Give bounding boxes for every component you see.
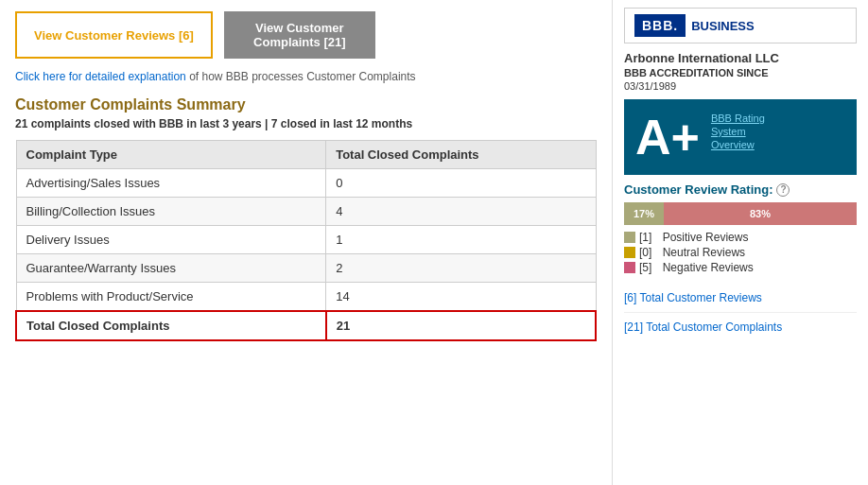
complaints-table: Complaint Type Total Closed Complaints A… [15, 140, 597, 341]
total-value: 21 [326, 311, 596, 340]
table-row: Problems with Product/Service14 [16, 283, 596, 312]
review-bar: 17% 83% [624, 202, 857, 225]
view-complaints-button[interactable]: View Customer Complaints [21] [224, 11, 375, 59]
crr-title: Customer Review Rating: ? [624, 182, 857, 197]
info-text: Click here for detailed explanation of h… [15, 70, 597, 83]
complaint-count: 14 [326, 283, 596, 312]
legend-count: [0] [639, 246, 651, 259]
complaint-count: 1 [326, 226, 596, 254]
accreditation-date: 03/31/1989 [624, 80, 857, 92]
total-complaints-link[interactable]: [21] Total Customer Complaints [624, 312, 857, 341]
legend-swatch-pos [624, 232, 635, 243]
complaint-count: 2 [326, 254, 596, 283]
complaint-type: Guarantee/Warranty Issues [16, 254, 326, 283]
view-reviews-button[interactable]: View Customer Reviews [6] [15, 11, 213, 59]
rating-link-2[interactable]: System [711, 126, 765, 137]
legend-label: Neutral Reviews [663, 246, 745, 259]
legend-item: [5] Negative Reviews [624, 261, 857, 274]
bbb-logo-area: BBB. BUSINESS [624, 8, 857, 43]
help-icon[interactable]: ? [776, 183, 790, 197]
complaint-count: 0 [326, 169, 596, 198]
section-subtitle: 21 complaints closed with BBB in last 3 … [15, 117, 597, 130]
complaint-type: Advertising/Sales Issues [16, 169, 326, 198]
bbb-logo: BBB. [634, 14, 686, 37]
table-row: Delivery Issues1 [16, 226, 596, 254]
table-row: Guarantee/Warranty Issues2 [16, 254, 596, 283]
total-reviews-link[interactable]: [6] Total Customer Reviews [624, 284, 857, 312]
legend-swatch-neg [624, 262, 635, 273]
review-legend: [1] Positive Reviews[0] Neutral Reviews[… [624, 231, 857, 274]
bar-positive: 17% [624, 202, 664, 225]
total-label: Total Closed Complaints [16, 311, 326, 340]
rating-link-1[interactable]: BBB Rating [711, 113, 765, 124]
complaints-btn-line2: Complaints [21] [253, 35, 346, 49]
complaint-type: Billing/Collection Issues [16, 198, 326, 226]
complaint-type: Delivery Issues [16, 226, 326, 254]
sidebar: BBB. BUSINESS Arbonne International LLC … [613, 0, 868, 485]
info-rest: of how BBB processes Customer Complaints [189, 70, 415, 83]
rating-link-3[interactable]: Overview [711, 139, 765, 150]
complaints-btn-line1: View Customer [255, 21, 344, 35]
complaint-type: Problems with Product/Service [16, 283, 326, 312]
bar-negative: 83% [664, 202, 857, 225]
col-count-header: Total Closed Complaints [326, 141, 596, 169]
total-row: Total Closed Complaints21 [16, 311, 596, 340]
section-title: Customer Complaints Summary [15, 96, 597, 113]
complaint-count: 4 [326, 198, 596, 226]
legend-label: Positive Reviews [663, 231, 749, 244]
rating-box: A+ BBB Rating System Overview [624, 99, 857, 175]
table-row: Billing/Collection Issues4 [16, 198, 596, 226]
legend-swatch-neu [624, 247, 635, 258]
legend-count: [1] [639, 231, 651, 244]
grade: A+ [635, 113, 700, 162]
accreditation-label: BBB ACCREDITATION SINCE [624, 67, 857, 78]
bbb-business-label: BUSINESS [691, 19, 754, 33]
rating-links: BBB Rating System Overview [711, 113, 765, 150]
legend-count: [5] [639, 261, 651, 274]
col-type-header: Complaint Type [16, 141, 326, 169]
info-link[interactable]: Click here for detailed explanation [15, 70, 186, 83]
table-row: Advertising/Sales Issues0 [16, 169, 596, 198]
legend-item: [1] Positive Reviews [624, 231, 857, 244]
legend-label: Negative Reviews [663, 261, 754, 274]
crr-label: Customer Review Rating: [624, 182, 773, 197]
button-row: View Customer Reviews [6] View Customer … [15, 11, 597, 59]
company-name: Arbonne International LLC [624, 51, 857, 65]
main-content: View Customer Reviews [6] View Customer … [0, 0, 613, 485]
legend-item: [0] Neutral Reviews [624, 246, 857, 259]
